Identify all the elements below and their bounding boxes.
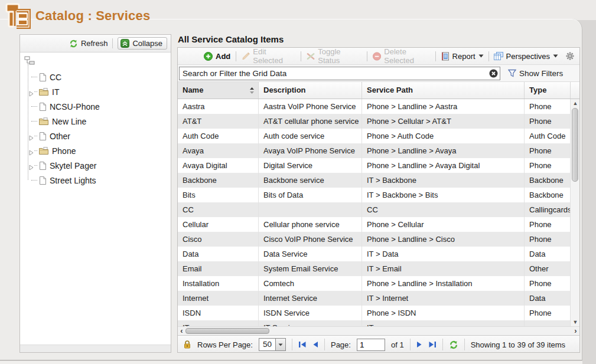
table-row[interactable]: DataData ServiceIT > DataData <box>178 247 571 261</box>
table-row[interactable]: ISDNISDN ServicePhone > ISDNPhone <box>178 306 571 320</box>
add-button[interactable]: Add <box>204 52 230 61</box>
cell-name: Internet <box>178 291 259 306</box>
column-header-type[interactable]: Type <box>525 82 571 99</box>
first-page-button[interactable] <box>298 341 307 348</box>
cell-description: IT Service <box>259 320 362 326</box>
table-row[interactable]: AvayaAvaya VoIP Phone ServicePhone > Lan… <box>178 143 571 158</box>
clear-search-button[interactable] <box>489 69 498 78</box>
cell-type: Data <box>525 291 571 306</box>
tree-item-it[interactable]: IT <box>24 84 168 99</box>
tree-item-ncsu-phone[interactable]: NCSU-Phone <box>24 99 168 114</box>
tree-item-street-lights[interactable]: Street Lights <box>24 173 168 188</box>
expander-icon[interactable] <box>28 165 34 170</box>
show-filters-label: Show Filters <box>519 69 563 78</box>
cell-type: Auth Code <box>525 129 571 143</box>
cell-path: Phone > Landline > Installation <box>362 276 525 291</box>
cell-description: Backbone service <box>259 173 362 188</box>
tree-item-new-line[interactable]: New Line <box>24 114 168 129</box>
table-row[interactable]: CellularCellular phone servicePhone > Ce… <box>178 217 571 232</box>
table-row[interactable]: AT&TAT&T cellular phone servicePhone > C… <box>178 114 571 129</box>
refresh-grid-button[interactable] <box>449 340 458 349</box>
table-row[interactable]: CCCCCallingcards <box>178 202 571 217</box>
tree-item-label: Phone <box>52 146 76 156</box>
column-header-label: Type <box>529 86 546 94</box>
cell-description: Comtech <box>259 276 362 291</box>
app-logo-icon <box>5 2 31 29</box>
vertical-scroll-thumb[interactable] <box>572 108 578 182</box>
app-window: Catalog : Services Refresh <box>0 0 596 364</box>
table-row[interactable]: AastraAastra VoIP Phone ServicePhone > L… <box>178 99 571 114</box>
tree-item-label: IT <box>52 87 59 97</box>
next-page-icon <box>416 341 422 348</box>
expander-icon[interactable] <box>28 150 34 156</box>
cell-name: ISDN <box>178 306 259 320</box>
next-page-button[interactable] <box>416 341 422 348</box>
grid-heading: All Service Catalog Items <box>178 34 284 44</box>
horizontal-scrollbar[interactable]: ‹ › <box>178 326 579 335</box>
table-row[interactable]: ITIT ServiceIT <box>178 320 571 326</box>
table-row[interactable]: InstallationComtechPhone > Landline > In… <box>178 276 571 291</box>
caret-down-icon <box>478 54 484 58</box>
tree-item-other[interactable]: Other <box>24 129 168 143</box>
page-number-input[interactable] <box>357 339 385 351</box>
toggle-status-button[interactable]: Toggle Status <box>307 47 361 65</box>
report-menu-button[interactable]: Report <box>441 52 484 61</box>
expander-icon[interactable] <box>28 135 34 141</box>
vertical-scrollbar[interactable]: ▲ ▼ <box>570 99 579 326</box>
edit-selected-button[interactable]: Edit Selected <box>242 47 295 65</box>
page-icon <box>39 162 46 170</box>
refresh-button[interactable]: Refresh <box>69 39 108 48</box>
scroll-down-icon[interactable]: ▼ <box>571 318 579 326</box>
table-row[interactable]: Auth CodeAuth code servicePhone > Auth C… <box>178 129 571 143</box>
rows-per-page-select[interactable]: 50 <box>259 338 286 351</box>
scroll-up-icon[interactable]: ▲ <box>571 99 579 107</box>
rows-per-page-value: 50 <box>259 339 275 350</box>
cell-type: Phone <box>525 114 571 129</box>
column-header-label: Description <box>263 86 306 94</box>
scroll-left-icon[interactable]: ‹ <box>178 327 185 335</box>
search-input[interactable] <box>179 67 500 80</box>
catalog-tree: CCITNCSU-PhoneNew LineOtherPhoneSkytel P… <box>20 53 171 344</box>
collapse-button[interactable]: Collapse <box>118 37 167 50</box>
column-header-description[interactable]: Description <box>259 82 362 99</box>
expander-icon[interactable] <box>28 91 34 97</box>
cell-name: Aastra <box>178 99 259 114</box>
tree-connector <box>31 106 37 107</box>
table-row[interactable]: InternetInternet ServiceIT > InternetDat… <box>178 291 571 306</box>
table-row[interactable]: EmailSystem Email ServiceIT > EmailOther <box>178 261 571 276</box>
cell-path: Phone > Auth Code <box>362 129 525 143</box>
cell-description: Cisco VoIP Phone Service <box>259 232 362 247</box>
tree-item-skytel-pager[interactable]: Skytel Pager <box>24 158 168 173</box>
tree-item-label: Other <box>50 132 70 141</box>
grid-body: AastraAastra VoIP Phone ServicePhone > L… <box>178 99 579 326</box>
grid-settings-button[interactable] <box>565 51 575 61</box>
table-row[interactable]: Avaya DigitalDigital ServicePhone > Land… <box>178 158 571 173</box>
page-title: Catalog : Services <box>35 8 150 24</box>
grid-toolbar-right: Report Perspectives <box>435 51 575 61</box>
tree-item-phone[interactable]: Phone <box>24 143 168 158</box>
footer-divider <box>292 339 292 350</box>
show-filters-button[interactable]: Show Filters <box>508 69 563 78</box>
column-header-service-path[interactable]: Service Path <box>362 82 525 99</box>
cell-path: IT <box>362 320 525 326</box>
delete-selected-button[interactable]: Delete Selected <box>373 47 435 65</box>
tree-root-icon[interactable] <box>24 56 35 65</box>
perspectives-menu-button[interactable]: Perspectives <box>494 52 558 61</box>
grid-header-row: Name Description Service Path Type <box>178 82 579 99</box>
cell-type <box>525 320 571 326</box>
table-row[interactable]: BitsBits of DataIT > Backbone > BitsBack… <box>178 188 571 202</box>
footer-divider <box>442 339 443 350</box>
table-row[interactable]: BackboneBackbone serviceIT > BackboneBac… <box>178 173 571 188</box>
last-page-button[interactable] <box>428 341 437 348</box>
cell-name: CC <box>178 202 259 217</box>
cell-name: Bits <box>178 188 259 202</box>
scroll-right-icon[interactable]: › <box>572 327 579 335</box>
cell-name: Avaya Digital <box>178 158 259 173</box>
sidebar-toolbar: Refresh Collapse <box>20 35 171 53</box>
folder-icon <box>39 88 48 96</box>
previous-page-button[interactable] <box>312 341 318 348</box>
horizontal-scroll-thumb[interactable] <box>185 328 269 334</box>
table-row[interactable]: CiscoCisco VoIP Phone ServicePhone > Lan… <box>178 232 571 247</box>
tree-item-cc[interactable]: CC <box>24 70 168 84</box>
column-header-name[interactable]: Name <box>178 82 259 99</box>
